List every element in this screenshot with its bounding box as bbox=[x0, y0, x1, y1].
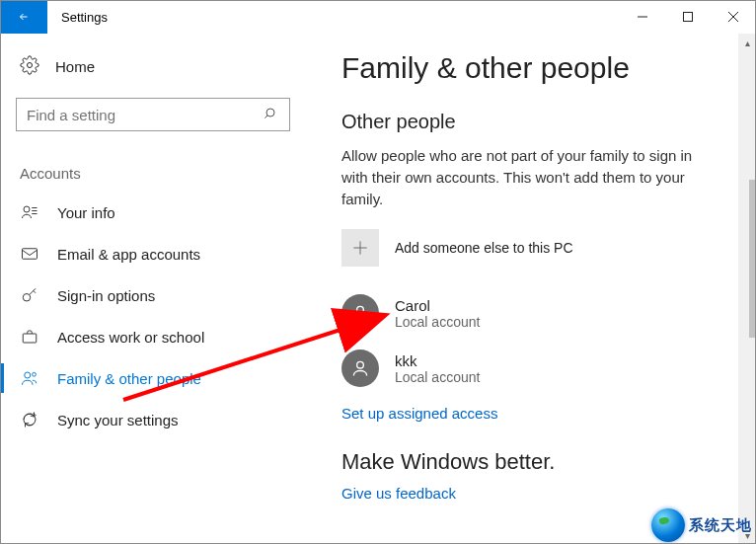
svg-rect-1 bbox=[684, 13, 693, 22]
nav-your-info[interactable]: Your info bbox=[0, 192, 306, 233]
page-title: Family & other people bbox=[341, 51, 709, 85]
nav-label: Sign-in options bbox=[57, 287, 155, 304]
svg-point-5 bbox=[266, 109, 274, 117]
nav-access-work-school[interactable]: Access work or school bbox=[0, 316, 306, 357]
sidebar: Home Accounts Your info Email & app acco… bbox=[0, 34, 306, 544]
section-other-people-desc: Allow people who are not part of your fa… bbox=[341, 145, 709, 209]
nav-sync-settings[interactable]: Sync your settings bbox=[0, 399, 306, 440]
scroll-up-arrow[interactable]: ▴ bbox=[738, 34, 756, 51]
svg-rect-13 bbox=[23, 334, 37, 343]
people-icon bbox=[20, 369, 39, 387]
minimize-button[interactable] bbox=[620, 0, 665, 34]
your-info-icon bbox=[20, 203, 39, 221]
svg-point-4 bbox=[28, 63, 33, 68]
nav-email-accounts[interactable]: Email & app accounts bbox=[0, 233, 306, 274]
mail-icon bbox=[20, 245, 39, 263]
scrollbar[interactable]: ▴ ▾ bbox=[738, 34, 756, 544]
avatar-icon bbox=[341, 294, 379, 332]
nav-family-other-people[interactable]: Family & other people bbox=[0, 357, 306, 399]
search-field[interactable] bbox=[27, 107, 264, 123]
briefcase-icon bbox=[20, 328, 39, 346]
plus-icon bbox=[341, 229, 379, 267]
scroll-thumb[interactable] bbox=[749, 180, 756, 338]
make-windows-better-title: Make Windows better. bbox=[341, 449, 709, 475]
svg-point-18 bbox=[357, 307, 364, 314]
nav-label: Your info bbox=[57, 204, 115, 221]
nav-label: Family & other people bbox=[57, 370, 201, 387]
section-other-people-title: Other people bbox=[341, 111, 709, 133]
svg-point-7 bbox=[24, 206, 30, 212]
svg-point-14 bbox=[25, 372, 31, 378]
window-controls bbox=[620, 0, 756, 34]
home-label: Home bbox=[55, 58, 95, 75]
svg-line-6 bbox=[265, 116, 267, 118]
user-row-kkk[interactable]: kkk Local account bbox=[341, 350, 709, 387]
maximize-button[interactable] bbox=[665, 0, 711, 34]
user-name: kkk bbox=[395, 352, 480, 369]
search-input[interactable] bbox=[16, 98, 290, 131]
user-name: Carol bbox=[395, 297, 480, 314]
window-title: Settings bbox=[47, 0, 108, 34]
nav-signin-options[interactable]: Sign-in options bbox=[0, 274, 306, 316]
assigned-access-link[interactable]: Set up assigned access bbox=[341, 405, 497, 422]
section-label-accounts: Accounts bbox=[0, 131, 306, 192]
add-someone-label: Add someone else to this PC bbox=[395, 240, 573, 256]
svg-point-12 bbox=[23, 294, 31, 302]
scroll-down-arrow[interactable]: ▾ bbox=[738, 526, 756, 544]
avatar-icon bbox=[341, 350, 379, 387]
feedback-link[interactable]: Give us feedback bbox=[341, 485, 456, 502]
content-area: Family & other people Other people Allow… bbox=[306, 34, 738, 544]
user-row-carol[interactable]: Carol Local account bbox=[341, 294, 709, 332]
gear-icon bbox=[20, 55, 39, 78]
key-icon bbox=[20, 286, 39, 304]
sync-icon bbox=[20, 411, 39, 428]
nav-label: Access work or school bbox=[57, 329, 204, 346]
svg-rect-11 bbox=[23, 249, 38, 260]
titlebar: Settings bbox=[0, 0, 756, 34]
user-type: Local account bbox=[395, 314, 480, 330]
back-button[interactable] bbox=[0, 0, 47, 34]
close-button[interactable] bbox=[711, 0, 756, 34]
nav-label: Sync your settings bbox=[57, 412, 179, 428]
add-someone-button[interactable]: Add someone else to this PC bbox=[341, 229, 709, 267]
svg-point-15 bbox=[33, 372, 37, 376]
home-button[interactable]: Home bbox=[0, 47, 306, 86]
user-type: Local account bbox=[395, 369, 480, 385]
nav-label: Email & app accounts bbox=[57, 246, 200, 263]
search-icon bbox=[264, 106, 279, 124]
svg-point-19 bbox=[357, 362, 364, 369]
